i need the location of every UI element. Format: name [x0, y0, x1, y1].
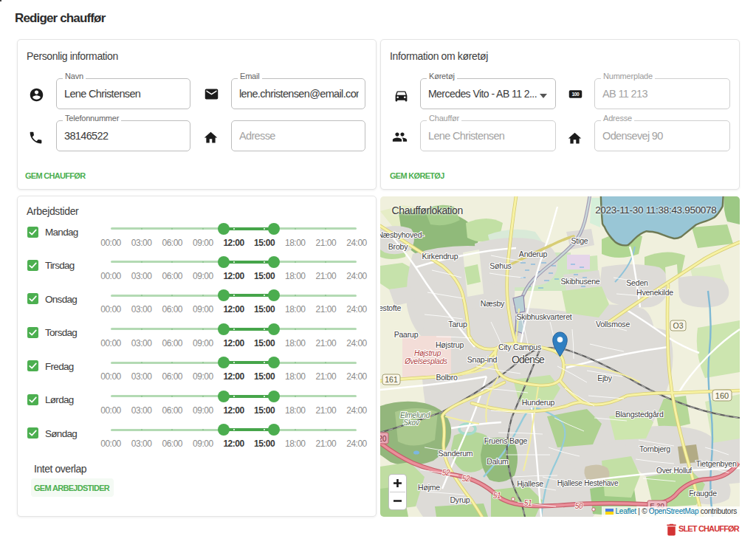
- svg-text:Skibhuskvarteret: Skibhuskvarteret: [516, 312, 571, 321]
- svg-text:Hjallese: Hjallese: [517, 479, 543, 488]
- svg-text:Blangstedgård: Blangstedgård: [615, 410, 663, 419]
- svg-text:Vollsmose: Vollsmose: [596, 320, 630, 329]
- svg-text:Næsbyhoved-: Næsbyhoved-: [380, 230, 425, 239]
- svg-text:52: 52: [442, 469, 450, 477]
- svg-text:Næsby: Næsby: [481, 299, 505, 308]
- svg-text:20: 20: [380, 435, 387, 443]
- svg-text:Søhus: Søhus: [489, 261, 511, 270]
- svg-text:Hvenekilde: Hvenekilde: [636, 288, 673, 297]
- svg-text:Skov: Skov: [403, 419, 420, 427]
- svg-text:Fruens Bøge: Fruens Bøge: [484, 436, 528, 445]
- svg-text:51: 51: [524, 499, 532, 507]
- svg-text:50: 50: [575, 502, 583, 510]
- svg-text:Odense: Odense: [512, 354, 545, 365]
- svg-text:161: 161: [385, 375, 398, 384]
- svg-text:Højme: Højme: [418, 483, 440, 492]
- svg-text:Bolbro: Bolbro: [436, 373, 458, 382]
- svg-text:Hunderup: Hunderup: [522, 398, 555, 407]
- svg-text:Tornbjerg: Tornbjerg: [639, 444, 670, 453]
- svg-text:Højstrup: Højstrup: [436, 340, 464, 349]
- svg-text:Fraugde: Fraugde: [689, 489, 717, 498]
- svg-text:Skibhusene: Skibhusene: [561, 277, 600, 286]
- svg-text:Ejby: Ejby: [597, 374, 613, 382]
- svg-text:Dyrup: Dyrup: [450, 495, 470, 504]
- svg-text:O3: O3: [673, 321, 683, 330]
- svg-text:Tietgenbyen: Tietgenbyen: [695, 459, 737, 468]
- svg-text:Paarup: Paarup: [394, 330, 419, 339]
- svg-text:Hjallese Hestehave: Hjallese Hestehave: [557, 479, 619, 487]
- svg-text:Øvelsesplads: Øvelsesplads: [404, 357, 447, 365]
- svg-text:100: 100: [572, 92, 580, 97]
- svg-text:Stige: Stige: [571, 236, 588, 245]
- svg-text:52: 52: [462, 475, 470, 483]
- svg-text:51: 51: [493, 492, 501, 500]
- svg-text:Dalum: Dalum: [487, 457, 509, 466]
- svg-text:Kirkendrup: Kirkendrup: [422, 252, 458, 261]
- svg-text:estofte: estofte: [380, 303, 401, 312]
- svg-text:Over Holluf: Over Holluf: [656, 467, 692, 475]
- svg-text:City Campus: City Campus: [498, 343, 541, 351]
- svg-text:160: 160: [715, 391, 729, 400]
- svg-text:Tarup: Tarup: [448, 320, 467, 329]
- svg-text:Sanderum: Sanderum: [439, 449, 473, 458]
- svg-text:Højstrup: Højstrup: [414, 349, 441, 357]
- svg-text:Anderup: Anderup: [519, 250, 548, 258]
- svg-text:Seden: Seden: [626, 278, 648, 287]
- svg-text:Snap-ind: Snap-ind: [467, 355, 498, 364]
- svg-text:Broby: Broby: [388, 242, 408, 251]
